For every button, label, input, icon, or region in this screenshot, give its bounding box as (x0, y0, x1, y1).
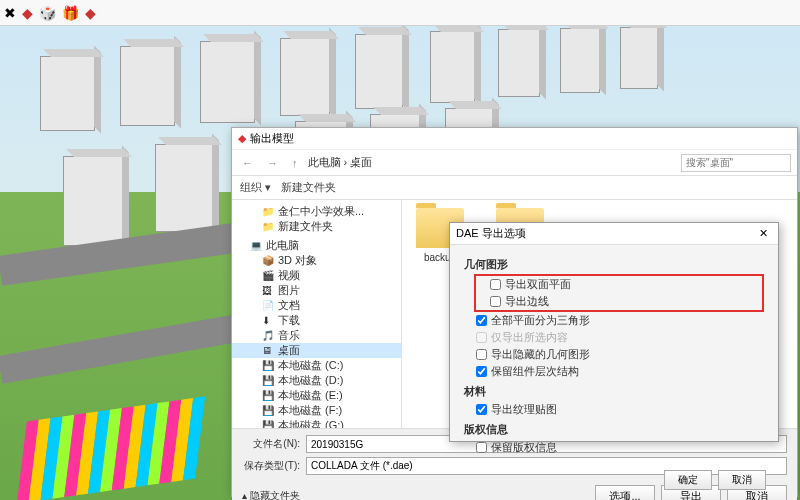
download-icon: ⬇ (262, 315, 274, 327)
tool-icon-1[interactable]: ✖ (4, 5, 16, 21)
tree-item-thispc: 💻此电脑 (232, 238, 401, 253)
back-icon[interactable]: ← (238, 157, 257, 169)
nav-bar: ← → ↑ 此电脑 › 桌面 (232, 150, 797, 176)
toolbar-row: 组织 ▾ 新建文件夹 (232, 176, 797, 200)
drive-icon: 💾 (262, 360, 274, 372)
tree-item: 📄文档 (232, 298, 401, 313)
folder-tree[interactable]: 📁金仁中小学效果... 📁新建文件夹 💻此电脑 📦3D 对象 🎬视频 🖼图片 📄… (232, 200, 402, 428)
tree-item: 📦3D 对象 (232, 253, 401, 268)
app-icon: ◆ (238, 132, 246, 145)
new-folder-button[interactable]: 新建文件夹 (281, 180, 336, 195)
building (40, 56, 95, 131)
tree-item: 💾本地磁盘 (F:) (232, 403, 401, 418)
checkbox-credits: 保留版权信息 (464, 439, 764, 456)
building (620, 27, 658, 89)
checkbox-hidden: 仅导出所选内容 (464, 329, 764, 346)
materials-section-label: 材料 (464, 384, 764, 399)
folder-icon: 📁 (262, 221, 274, 233)
checkbox-triangulate: 全部平面分为三角形 (464, 312, 764, 329)
building (355, 34, 403, 109)
filename-label: 文件名(N): (242, 437, 300, 451)
colorful-building (15, 388, 264, 500)
organize-menu[interactable]: 组织 ▾ (240, 180, 271, 195)
building (63, 156, 123, 246)
video-icon: 🎬 (262, 270, 274, 282)
tree-item: 💾本地磁盘 (D:) (232, 373, 401, 388)
image-icon: 🖼 (262, 285, 274, 297)
drive-icon: 💾 (262, 405, 274, 417)
checkbox-edges: 导出边线 (478, 293, 760, 310)
options-title: DAE 导出选项 (456, 226, 526, 241)
credits-section-label: 版权信息 (464, 422, 764, 437)
main-toolbar: ✖ ◆ 🎲 🎁 ◆ (0, 0, 800, 26)
music-icon: 🎵 (262, 330, 274, 342)
geometry-section-label: 几何图形 (464, 257, 764, 272)
building (155, 144, 213, 232)
breadcrumb[interactable]: 此电脑 › 桌面 (308, 155, 676, 170)
tree-item: 🎵音乐 (232, 328, 401, 343)
highlighted-options: 导出双面平面 导出边线 (474, 274, 764, 312)
up-icon[interactable]: ↑ (288, 157, 302, 169)
tree-item-desktop: 🖥桌面 (232, 343, 401, 358)
checkbox-textures: 导出纹理贴图 (464, 401, 764, 418)
ok-button[interactable]: 确定 (664, 470, 712, 490)
tool-icon-3[interactable]: 🎲 (39, 5, 56, 21)
close-icon[interactable]: ✕ (755, 227, 772, 240)
dialog-titlebar[interactable]: ◆ 输出模型 (232, 128, 797, 150)
dialog-title: 输出模型 (250, 131, 294, 146)
checkbox-hierarchy: 导出隐藏的几何图形 (464, 346, 764, 363)
3d-icon: 📦 (262, 255, 274, 267)
options-titlebar[interactable]: DAE 导出选项 ✕ (450, 223, 778, 245)
desktop-icon: 🖥 (262, 345, 274, 357)
building (200, 41, 255, 123)
hide-folders-toggle[interactable]: ▴ 隐藏文件夹 (242, 485, 300, 500)
doc-icon: 📄 (262, 300, 274, 312)
tree-item: 📁金仁中小学效果... (232, 204, 401, 219)
dae-options-dialog: DAE 导出选项 ✕ 几何图形 导出双面平面 导出边线 全部平面分为三角形 仅导… (449, 222, 779, 442)
tree-item: ⬇下载 (232, 313, 401, 328)
drive-icon: 💾 (262, 420, 274, 429)
drive-icon: 💾 (262, 375, 274, 387)
checkbox-two-sided: 导出双面平面 (478, 276, 760, 293)
building (430, 31, 475, 103)
tree-item: 💾本地磁盘 (G:) (232, 418, 401, 428)
building (560, 28, 600, 93)
tool-icon-2[interactable]: ◆ (22, 5, 33, 21)
tool-icon-5[interactable]: ◆ (85, 5, 96, 21)
tree-item: 📁新建文件夹 (232, 219, 401, 234)
tree-item: 🎬视频 (232, 268, 401, 283)
drive-icon: 💾 (262, 390, 274, 402)
tree-item: 💾本地磁盘 (E:) (232, 388, 401, 403)
tree-item: 💾本地磁盘 (C:) (232, 358, 401, 373)
forward-icon[interactable]: → (263, 157, 282, 169)
pc-icon: 💻 (250, 240, 262, 252)
folder-icon: 📁 (262, 206, 274, 218)
tool-icon-4[interactable]: 🎁 (62, 5, 79, 21)
cancel-button[interactable]: 取消 (718, 470, 766, 490)
tree-item: 🖼图片 (232, 283, 401, 298)
search-input[interactable] (681, 154, 791, 172)
checkbox-preserve: 保留组件层次结构 (464, 363, 764, 380)
filetype-label: 保存类型(T): (242, 459, 300, 473)
building (498, 29, 540, 97)
building (120, 46, 175, 126)
building (280, 38, 330, 116)
